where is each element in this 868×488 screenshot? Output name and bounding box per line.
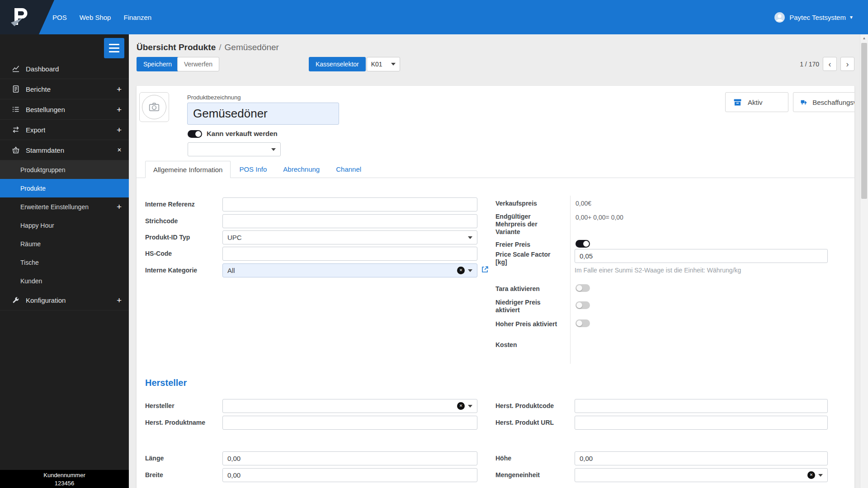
sidebar-item-bestellungen[interactable]: Bestellungen +	[0, 99, 129, 120]
clear-selection-icon[interactable]: ✕	[457, 402, 465, 410]
breadcrumb-overview[interactable]: Übersicht Produkte	[137, 42, 216, 52]
interne-referenz-input[interactable]	[222, 197, 477, 211]
hs-code-input[interactable]	[222, 247, 477, 261]
tara-toggle[interactable]	[576, 284, 590, 292]
interne-referenz-label: Interne Referenz	[145, 201, 195, 208]
mengeneinheit-select[interactable]: ✕	[575, 468, 828, 482]
interne-kategorie-label: Interne Kategorie	[145, 267, 197, 274]
expand-plus-icon[interactable]: +	[117, 126, 122, 134]
sidebar-item-label: Kunden	[20, 277, 42, 285]
kassen-select[interactable]: K01	[367, 57, 400, 71]
hoher-preis-toggle[interactable]	[576, 319, 590, 327]
next-record-button[interactable]: ›	[840, 57, 854, 71]
sidebar-item-tische[interactable]: Tische	[0, 253, 129, 272]
user-menu[interactable]: Paytec Testsystem ▾	[774, 0, 853, 34]
price-scale-input[interactable]	[575, 249, 828, 263]
niedriger-preis-toggle[interactable]	[576, 301, 590, 309]
list-icon	[12, 105, 26, 113]
sidebar-item-label: Produktgruppen	[20, 166, 66, 174]
sidebar-item-stammdaten[interactable]: Stammdaten ✕	[0, 140, 129, 160]
discard-button[interactable]: Verwerfen	[177, 57, 219, 71]
kosten-label: Kosten	[495, 341, 517, 349]
app-logo[interactable]	[0, 0, 54, 34]
price-scale-hint: Im Falle einer Sunmi S2-Waage ist die Ei…	[575, 267, 741, 274]
produkt-id-typ-select[interactable]: UPC	[222, 230, 477, 244]
sellable-toggle[interactable]	[188, 130, 202, 138]
pricing-divider	[570, 196, 571, 364]
topnav-pos[interactable]: POS	[47, 9, 73, 26]
aktiv-label: Aktiv	[748, 99, 763, 106]
strichcode-input[interactable]	[222, 214, 477, 228]
beschaffung-button[interactable]: Beschaffungsvorg	[793, 92, 854, 112]
laenge-label: Länge	[145, 455, 164, 462]
chevron-down-icon	[391, 63, 396, 66]
toolbar: Speichern Verwerfen Kassenselektor K01 1…	[137, 57, 860, 71]
mehrpreis-label: Endgültiger Mehrpreis der Variante	[495, 213, 551, 236]
tab-pos-info[interactable]: POS Info	[231, 161, 274, 178]
paytec-logo-icon	[7, 5, 35, 29]
sidebar-item-produktgruppen[interactable]: Produktgruppen	[0, 160, 129, 179]
breite-input[interactable]	[222, 468, 477, 482]
herst-produktname-input[interactable]	[222, 416, 477, 430]
interne-kategorie-select[interactable]: All ✕	[222, 263, 477, 277]
herst-produktcode-input[interactable]	[575, 399, 828, 413]
user-name: Paytec Testsystem	[789, 14, 846, 21]
niedriger-preis-label: Niedriger Preis aktiviert	[495, 299, 552, 314]
hs-code-label: HS-Code	[145, 250, 172, 258]
save-button[interactable]: Speichern	[137, 57, 179, 71]
sidebar-item-erweiterte-einstellungen[interactable]: Erweiterte Einstellungen +	[0, 197, 129, 216]
expand-plus-icon[interactable]: +	[117, 85, 122, 94]
aktiv-button[interactable]: Aktiv	[725, 92, 788, 112]
prev-record-button[interactable]: ‹	[823, 57, 837, 71]
topnav-webshop[interactable]: Web Shop	[74, 9, 117, 26]
expand-plus-icon[interactable]: +	[117, 202, 122, 211]
photo-circle	[142, 95, 166, 119]
tab-abrechnung[interactable]: Abrechnung	[275, 161, 327, 178]
page-scrollbar[interactable]: ▲	[860, 34, 868, 488]
clear-selection-icon[interactable]: ✕	[807, 471, 815, 479]
product-card: Produktbezeichnung Kann verkauft werden …	[137, 86, 854, 488]
sidebar-item-label: Konfiguration	[26, 296, 66, 304]
kassenselektor-button[interactable]: Kassenselektor	[309, 57, 366, 71]
sidebar-item-berichte[interactable]: Berichte +	[0, 79, 129, 99]
sidebar-item-dashboard[interactable]: Dashboard	[0, 59, 129, 79]
breite-label: Breite	[145, 471, 163, 479]
product-photo-placeholder[interactable]	[139, 92, 169, 122]
open-kategorie-external-icon[interactable]	[481, 265, 489, 274]
sidebar-item-label: Happy Hour	[20, 222, 54, 229]
hoehe-input[interactable]	[575, 451, 828, 465]
laenge-input[interactable]	[222, 451, 477, 465]
sidebar-item-raeume[interactable]: Räume	[0, 235, 129, 253]
variant-select[interactable]	[188, 142, 281, 156]
clear-selection-icon[interactable]: ✕	[457, 267, 465, 274]
freier-preis-toggle[interactable]	[576, 240, 590, 248]
herst-produkt-url-input[interactable]	[575, 416, 828, 430]
sidebar-item-export[interactable]: Export +	[0, 120, 129, 140]
scrollbar-thumb[interactable]	[861, 43, 867, 199]
expand-plus-icon[interactable]: +	[117, 296, 122, 305]
sidebar-item-label: Dashboard	[26, 65, 59, 73]
sidebar-item-produkte[interactable]: Produkte	[0, 179, 129, 197]
sidebar-menu: Dashboard Berichte + Bestellungen + Expo…	[0, 59, 129, 310]
scroll-up-arrow-icon[interactable]: ▲	[860, 34, 868, 42]
hamburger-menu-button[interactable]	[104, 38, 124, 58]
camera-icon	[148, 101, 160, 113]
sidebar-item-kunden[interactable]: Kunden	[0, 272, 129, 290]
product-name-input[interactable]	[187, 103, 339, 125]
tab-allgemeine-information[interactable]: Allgemeine Information	[145, 161, 231, 178]
expand-plus-icon[interactable]: +	[117, 105, 122, 114]
sidebar-item-label: Erweiterte Einstellungen	[20, 203, 89, 211]
sidebar-item-konfiguration[interactable]: Konfiguration +	[0, 290, 129, 310]
sidebar-item-label: Bestellungen	[26, 106, 65, 113]
sidebar-item-happy-hour[interactable]: Happy Hour	[0, 216, 129, 235]
topnav-finanzen[interactable]: Finanzen	[118, 9, 157, 26]
main-content: Übersicht Produkte/Gemüsedöner Speichern…	[129, 34, 860, 488]
hersteller-select[interactable]: ✕	[222, 399, 477, 413]
sidebar-item-label: Stammdaten	[26, 146, 64, 154]
produkt-id-typ-value: UPC	[227, 234, 465, 241]
tara-label: Tara aktivieren	[495, 285, 540, 293]
hersteller-label: Hersteller	[145, 402, 175, 410]
collapse-close-icon[interactable]: ✕	[117, 147, 122, 153]
tab-channel[interactable]: Channel	[328, 161, 369, 178]
verkaufspreis-label: Verkaufspreis	[495, 200, 537, 207]
